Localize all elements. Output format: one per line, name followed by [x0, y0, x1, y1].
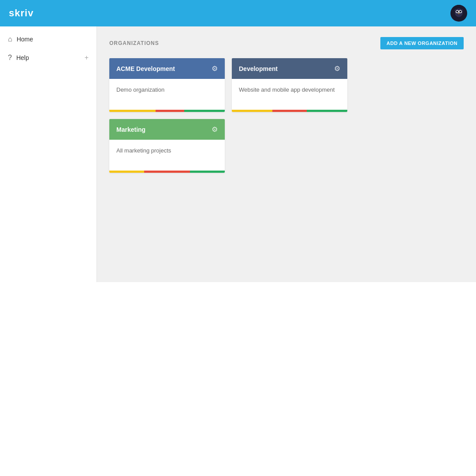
org-card-acme-development[interactable]: ACME Development⚙Demo organization [109, 58, 225, 112]
org-card-title-development: Development [239, 65, 278, 72]
progress-segment [156, 110, 185, 112]
sidebar: ⌂ Home ? Help + [0, 26, 97, 282]
progress-segment [144, 171, 190, 173]
org-card-title-marketing: Marketing [116, 126, 145, 133]
org-card-development[interactable]: Development⚙Website and mobile app devel… [232, 58, 347, 112]
org-card-gear-acme-development[interactable]: ⚙ [212, 64, 218, 73]
progress-segment [272, 110, 307, 112]
progress-segment [190, 171, 225, 173]
org-card-body-acme-development: Demo organization [109, 79, 225, 110]
avatar-icon [451, 5, 466, 22]
app-wrapper: ⌂ Home ? Help + ORGANIZATIONS ADD A NEW … [0, 26, 476, 282]
navbar: skriv [0, 0, 476, 26]
org-card-body-development: Website and mobile app development [232, 79, 347, 110]
progress-segment [109, 110, 156, 112]
user-avatar[interactable] [450, 5, 467, 22]
progress-segment [307, 110, 347, 112]
svg-point-5 [459, 11, 461, 12]
org-card-description-acme-development: Demo organization [116, 86, 164, 94]
org-card-progress-marketing [109, 171, 225, 173]
sidebar-item-home[interactable]: ⌂ Home [0, 30, 97, 48]
sidebar-item-help[interactable]: ? Help + [0, 48, 97, 67]
org-card-marketing[interactable]: Marketing⚙All marketing projects [109, 119, 225, 173]
org-card-description-marketing: All marketing projects [116, 147, 171, 155]
org-card-header-development: Development⚙ [232, 58, 347, 79]
org-cards-grid: ACME Development⚙Demo organizationDevelo… [109, 58, 464, 173]
organizations-section-title: ORGANIZATIONS [109, 40, 159, 46]
org-card-description-development: Website and mobile app development [239, 86, 335, 94]
org-card-progress-acme-development [109, 110, 225, 112]
organizations-header: ORGANIZATIONS ADD A NEW ORGANIZATION [109, 37, 464, 49]
progress-segment [184, 110, 225, 112]
org-card-title-acme-development: ACME Development [116, 65, 175, 72]
add-help-icon[interactable]: + [85, 54, 89, 62]
org-card-header-marketing: Marketing⚙ [109, 119, 225, 140]
home-icon: ⌂ [8, 35, 12, 43]
org-card-header-acme-development: ACME Development⚙ [109, 58, 225, 79]
sidebar-item-help-label: Help [16, 54, 80, 61]
help-icon: ? [8, 54, 12, 62]
progress-segment [232, 110, 272, 112]
svg-point-1 [455, 8, 463, 17]
main-content: ORGANIZATIONS ADD A NEW ORGANIZATION ACM… [97, 26, 476, 282]
sidebar-item-home-label: Home [17, 36, 89, 43]
svg-point-4 [456, 11, 458, 12]
org-card-gear-marketing[interactable]: ⚙ [212, 125, 218, 134]
app-brand[interactable]: skriv [9, 7, 33, 19]
add-organization-button[interactable]: ADD A NEW ORGANIZATION [380, 37, 464, 49]
org-card-progress-development [232, 110, 347, 112]
org-card-gear-development[interactable]: ⚙ [334, 64, 340, 73]
progress-segment [109, 171, 144, 173]
org-card-body-marketing: All marketing projects [109, 140, 225, 171]
